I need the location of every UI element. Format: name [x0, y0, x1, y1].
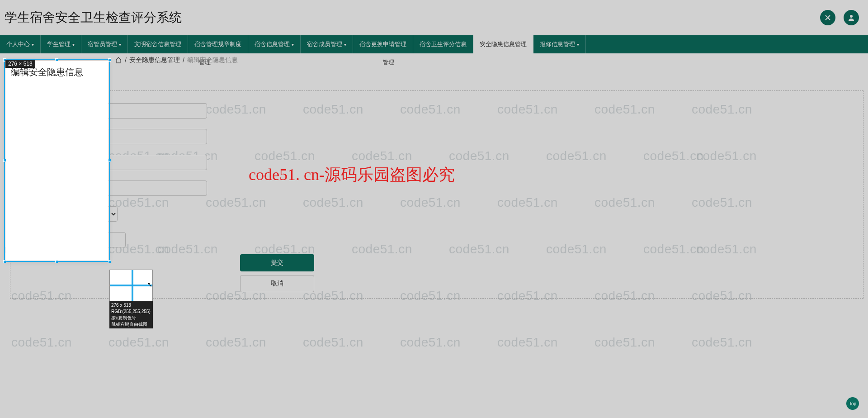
- header-actions: [820, 10, 859, 25]
- nav-rules[interactable]: 宿舍管理规章制度: [188, 35, 248, 53]
- selection-size-badge: 276 × 513: [5, 60, 35, 68]
- nav-change[interactable]: 宿舍更换申请管理: [353, 35, 413, 53]
- app-title: 学生宿舍安全卫生检查评分系统: [5, 9, 182, 26]
- breadcrumb-sep: /: [125, 57, 127, 64]
- app-header: 学生宿舍安全卫生检查评分系统: [0, 0, 868, 35]
- breadcrumb-root[interactable]: 安全隐患信息管理: [129, 56, 180, 64]
- close-icon[interactable]: [820, 10, 835, 25]
- nav-members[interactable]: 宿舍成员管理▾: [301, 35, 353, 53]
- home-icon[interactable]: [115, 57, 122, 64]
- edit-form-card: 编辑安全隐患信息: [5, 61, 108, 261]
- chevron-down-icon: ▾: [344, 42, 346, 47]
- color-magnifier: ↖ 276 x 513 RGB:(255,255,255) 按c复制色号 鼠标右…: [109, 270, 153, 328]
- magnifier-info: 276 x 513 RGB:(255,255,255) 按c复制色号 鼠标右键自…: [109, 301, 153, 328]
- copyright-watermark: code51. cn-源码乐园盗图必究: [249, 164, 455, 186]
- nav-wenming[interactable]: 文明宿舍信息管理: [128, 35, 188, 53]
- magnifier-view: ↖: [109, 270, 153, 301]
- nav-score[interactable]: 宿舍卫生评分信息: [413, 35, 473, 53]
- breadcrumb-sep: /: [183, 57, 184, 64]
- main-nav: 个人中心▾ 学生管理▾ 宿管员管理▾ 文明宿舍信息管理 宿舍管理规章制度 宿舍信…: [0, 35, 868, 53]
- nav-suguan[interactable]: 宿管员管理▾: [81, 35, 128, 53]
- chevron-down-icon: ▾: [577, 42, 579, 47]
- nav-personal[interactable]: 个人中心▾: [0, 35, 41, 53]
- svg-point-0: [850, 15, 853, 18]
- breadcrumb-current: 编辑安全隐患信息: [187, 56, 238, 64]
- cancel-button[interactable]: 取消: [240, 275, 314, 292]
- chevron-down-icon: ▾: [32, 42, 34, 47]
- button-row: 提交 取消: [240, 254, 314, 292]
- user-icon[interactable]: [844, 10, 859, 25]
- nav-repair[interactable]: 报修信息管理▾: [533, 35, 586, 53]
- scroll-top-button[interactable]: Top: [846, 397, 859, 410]
- chevron-down-icon: ▾: [292, 42, 294, 47]
- cursor-icon: ↖: [147, 281, 152, 288]
- chevron-down-icon: ▾: [72, 42, 75, 47]
- breadcrumb: / 安全隐患信息管理 / 编辑安全隐患信息: [0, 53, 868, 67]
- chevron-down-icon: ▾: [119, 42, 121, 47]
- nav-student[interactable]: 学生管理▾: [41, 35, 81, 53]
- nav-dorm-info[interactable]: 宿舍信息管理▾: [248, 35, 301, 53]
- submit-button[interactable]: 提交: [240, 254, 314, 271]
- nav-safety[interactable]: 安全隐患信息管理: [473, 35, 533, 53]
